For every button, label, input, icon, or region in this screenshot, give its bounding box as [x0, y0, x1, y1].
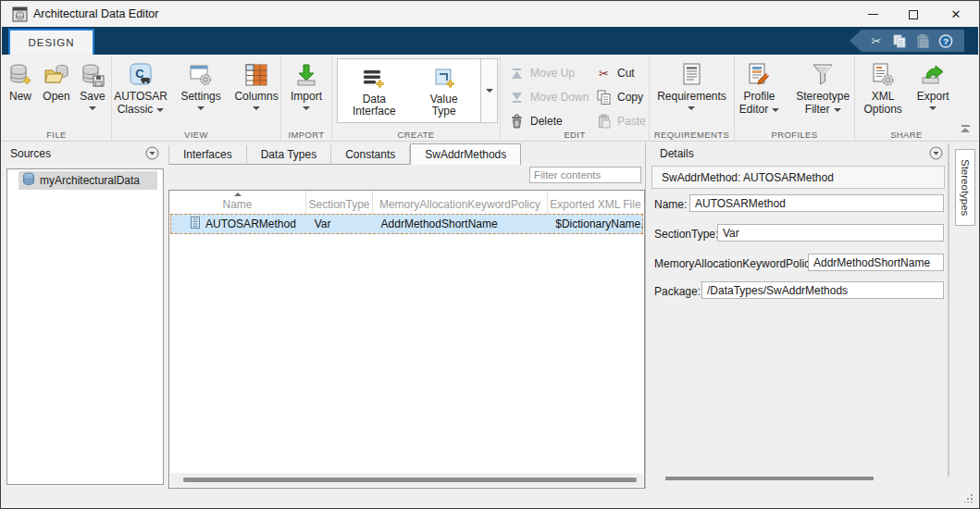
window-title: Architectural Data Editor	[33, 7, 158, 20]
table-row[interactable]: AUTOSARMethod Var AddrMethodShortName $D…	[170, 214, 643, 234]
close-icon: ✕	[951, 8, 961, 20]
details-collapse-icon[interactable]	[929, 146, 943, 160]
sources-collapse-icon[interactable]	[145, 146, 159, 160]
export-button[interactable]: Export	[914, 58, 952, 112]
profile-editor-icon	[746, 60, 772, 90]
settings-button[interactable]: Settings	[179, 58, 223, 112]
maximize-icon	[909, 10, 918, 19]
requirements-button[interactable]: Requirements	[654, 58, 729, 112]
column-header-name[interactable]: Name	[169, 191, 306, 214]
minimize-button[interactable]	[857, 2, 888, 27]
tab-constants[interactable]: Constants	[331, 145, 410, 165]
details-panel-title: Details	[660, 147, 694, 160]
cell-exportedxmlfile: $DictionaryName..	[548, 217, 643, 230]
window-resize-grip[interactable]	[964, 494, 973, 503]
cut-icon: ✂	[596, 66, 612, 81]
package-field-input[interactable]	[701, 281, 944, 299]
new-database-icon	[7, 60, 33, 90]
group-requirements-label: REQUIREMENTS	[650, 130, 734, 140]
move-down-button: Move Down	[507, 85, 594, 109]
data-interface-icon	[362, 64, 386, 93]
open-button[interactable]: Open	[40, 58, 73, 105]
xml-options-label-1: XML	[872, 90, 895, 103]
table-scrollbar-thumb[interactable]	[183, 478, 637, 482]
swaddrmethods-table: Name SectionType MemoryAllocationKeyword…	[168, 190, 645, 489]
save-button[interactable]: Save	[77, 58, 108, 112]
requirements-icon	[680, 60, 702, 90]
group-view-label: VIEW	[112, 130, 280, 140]
tab-swaddrmethods[interactable]: SwAddrMethods	[410, 143, 521, 165]
name-field-label: Name:	[654, 198, 687, 211]
import-icon	[294, 60, 318, 90]
column-header-exportedxmlfile[interactable]: Exported XML File	[548, 191, 643, 214]
tab-design[interactable]: DESIGN	[8, 29, 94, 55]
profile-editor-label-2: Editor	[739, 103, 779, 116]
maximize-button[interactable]	[898, 2, 929, 27]
stereotype-filter-button[interactable]: Stereotype Filter	[793, 58, 852, 118]
xml-options-icon	[870, 60, 896, 90]
autosar-dropdown-icon	[156, 108, 164, 112]
minimize-icon	[868, 14, 878, 15]
profile-editor-label-1: Profile	[743, 90, 775, 103]
columns-button[interactable]: Columns	[232, 58, 280, 112]
cell-name: AUTOSARMethod	[205, 217, 296, 230]
table-horizontal-scrollbar[interactable]	[170, 473, 643, 487]
create-gallery-dropdown[interactable]	[481, 58, 498, 123]
new-button[interactable]: New	[5, 58, 36, 105]
help-icon[interactable]: ?	[938, 33, 953, 48]
import-label: Import	[291, 90, 322, 103]
paste-icon	[596, 114, 612, 130]
value-type-label-2: Type	[432, 106, 456, 118]
copy-icon	[596, 90, 612, 106]
move-up-icon	[509, 66, 525, 81]
close-button[interactable]: ✕	[940, 2, 972, 27]
filter-contents-input[interactable]	[529, 167, 641, 183]
qat-paste-icon	[915, 33, 930, 48]
tab-data-types[interactable]: Data Types	[247, 145, 331, 165]
source-item-myarchitecturaldata[interactable]: myArchitecturalData	[19, 171, 157, 190]
sort-ascending-icon	[234, 192, 242, 196]
move-down-icon	[509, 90, 525, 106]
xml-options-label-2: Options	[863, 103, 901, 116]
tab-interfaces[interactable]: Interfaces	[168, 145, 247, 165]
ribbon-tab-band: DESIGN ✂ ?	[2, 27, 978, 55]
details-right-border	[948, 143, 949, 477]
group-import: Import IMPORT	[281, 55, 332, 141]
copy-button[interactable]: Copy	[594, 85, 650, 109]
sources-list: myArchitecturalData	[6, 168, 164, 485]
value-type-button[interactable]: Value Type	[411, 64, 478, 118]
data-interface-button[interactable]: Data Interface	[341, 64, 407, 118]
memoryallocationkeywordpolicy-field-input[interactable]	[808, 254, 944, 271]
export-dropdown-icon	[929, 106, 937, 110]
save-label: Save	[80, 90, 105, 103]
profile-editor-button[interactable]: Profile Editor	[737, 58, 782, 118]
profile-editor-dropdown-icon	[772, 108, 779, 112]
import-button[interactable]: Import	[288, 58, 325, 112]
sectiontype-field-input[interactable]	[717, 224, 944, 242]
group-create-label: CREATE	[332, 130, 500, 140]
app-icon	[12, 6, 28, 22]
qat-cut-icon[interactable]: ✂	[869, 33, 884, 48]
source-item-label: myArchitecturalData	[40, 174, 140, 187]
group-share: XML Options Export SHARE	[855, 55, 958, 141]
autosar-classic-button[interactable]: C AUTOSAR Classic	[112, 58, 169, 118]
svg-text:?: ?	[943, 35, 949, 45]
gallery-dropdown-icon	[486, 89, 493, 93]
columns-label: Columns	[234, 90, 278, 103]
name-field-input[interactable]	[689, 194, 944, 212]
details-horizontal-scrollbar[interactable]	[665, 477, 874, 480]
group-edit-label: EDIT	[501, 130, 649, 140]
column-header-sectiontype[interactable]: SectionType	[306, 191, 373, 214]
column-header-memoryallocationkeywordpolicy[interactable]: MemoryAllocationKeywordPolicy	[373, 191, 548, 214]
qat-copy-icon[interactable]	[892, 33, 907, 48]
stereotype-filter-icon	[811, 60, 835, 90]
save-dropdown-icon	[89, 106, 96, 110]
import-dropdown-icon	[303, 106, 310, 110]
stereotype-filter-label-2: Filter	[805, 103, 841, 116]
xml-options-button[interactable]: XML Options	[861, 58, 904, 118]
titlebar: Architectural Data Editor ✕	[2, 2, 978, 27]
autosar-label-1: AUTOSAR	[114, 90, 167, 103]
tab-stereotypes[interactable]: Stereotypes	[955, 149, 975, 226]
cut-button[interactable]: ✂ Cut	[594, 61, 650, 85]
collapse-ribbon-button[interactable]	[958, 125, 973, 137]
